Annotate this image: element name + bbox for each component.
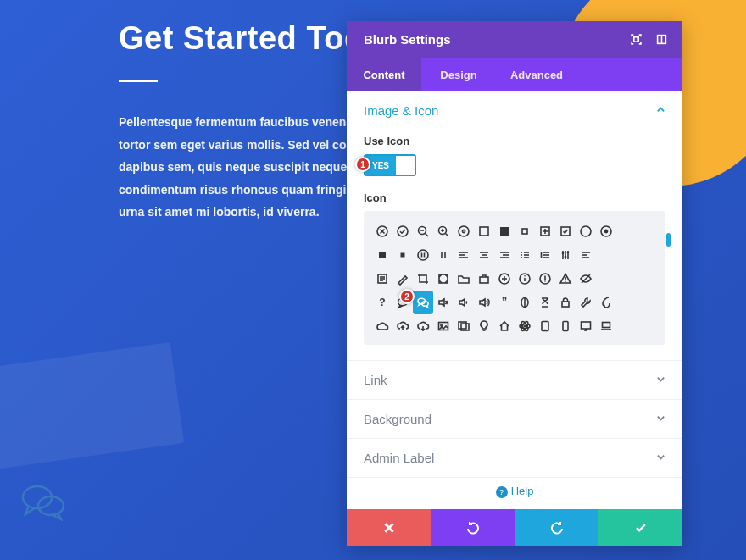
svg-line-11 [446,234,449,237]
cancel-button[interactable] [347,509,431,546]
svg-text:?: ? [379,297,385,308]
chat-bubbles-icon[interactable] [413,291,433,314]
chevron-down-icon [656,374,665,386]
bulb-icon[interactable] [474,314,494,338]
icon-picker: 2 ?” [364,211,665,345]
list-numbered-icon[interactable] [535,243,555,267]
laptop-icon[interactable] [596,314,616,338]
menu-left-icon[interactable] [454,243,474,267]
circle-x-icon[interactable] [372,219,392,243]
cloud-down-icon[interactable] [413,314,433,338]
snap-icon[interactable] [655,34,667,46]
svg-point-46 [521,257,522,258]
hide-eye-icon[interactable] [576,267,596,291]
undo-button[interactable] [431,509,515,546]
svg-rect-103 [603,323,610,328]
image-icon[interactable] [433,314,454,338]
briefcase-icon[interactable] [474,267,494,291]
section-header-background[interactable]: Background [347,400,682,438]
volume-low-icon[interactable] [454,291,474,314]
callout-badge-2: 2 [399,289,415,304]
tab-content[interactable]: Content [347,58,421,91]
circle-dot-outline-icon[interactable] [454,219,474,243]
section-header-admin-label[interactable]: Admin Label [347,439,682,477]
check-square-icon[interactable] [555,219,576,243]
svg-point-97 [544,329,545,330]
chevron-down-icon [656,413,665,425]
icon-field-label: Icon [364,191,665,204]
lock-icon[interactable] [555,291,576,314]
square-outline-icon[interactable] [474,219,494,243]
brush-icon[interactable] [392,267,413,291]
paint-icon[interactable] [596,291,616,314]
page-title-underline [119,80,158,82]
sliders-icon[interactable] [555,243,576,267]
dollar-icon[interactable] [515,291,535,314]
tab-advanced[interactable]: Advanced [496,58,577,91]
help-link[interactable]: ?Help [347,478,682,498]
svg-rect-18 [522,229,527,234]
info-circle-icon[interactable] [515,267,535,291]
radio-dot-icon[interactable] [596,219,616,243]
svg-point-57 [567,252,570,254]
list-bullets-icon[interactable] [515,243,535,267]
section-header-link[interactable]: Link [347,361,682,399]
monitor-icon[interactable] [576,314,596,338]
circle-plus-icon[interactable] [494,267,515,291]
section-title-link: Link [364,373,387,387]
tablet-icon[interactable] [535,314,555,338]
icon-picker-scrollbar[interactable] [666,233,671,247]
modal-tabs: Content Design Advanced [347,58,682,91]
folder-icon[interactable] [454,267,474,291]
phone-icon[interactable] [555,314,576,338]
menu-right-icon[interactable] [494,243,515,267]
stop-small-icon[interactable] [392,243,413,267]
exclamation-circle-icon[interactable] [535,267,555,291]
icon-grid: ?” [372,219,657,338]
gallery-icon[interactable] [454,314,474,338]
tab-design[interactable]: Design [421,58,496,91]
square-solid-icon[interactable] [494,219,515,243]
crop-icon[interactable] [413,267,433,291]
stop-solid-icon[interactable] [372,243,392,267]
svg-point-28 [418,250,428,260]
quotes-icon[interactable]: ” [494,291,515,314]
redo-button[interactable] [515,509,598,546]
warning-triangle-icon[interactable] [555,267,576,291]
menu-center-icon[interactable] [474,243,494,267]
hourglass-icon[interactable] [535,291,555,314]
zoom-out-icon[interactable] [413,219,433,243]
svg-rect-86 [562,302,569,307]
square-plus-icon[interactable] [535,219,555,243]
align-left-icon[interactable] [576,243,596,267]
maximize-icon[interactable] [433,267,454,291]
svg-text:”: ” [502,296,508,308]
svg-point-25 [604,230,609,234]
volume-mute-icon[interactable] [433,291,454,314]
expand-icon[interactable] [630,34,642,46]
use-icon-toggle[interactable]: YES [364,154,416,176]
svg-point-23 [581,226,591,236]
square-mini-icon[interactable] [515,219,535,243]
wrench-icon[interactable] [576,291,596,314]
section-header-image-icon[interactable]: Image & Icon [347,91,682,130]
cloud-up-icon[interactable] [392,314,413,338]
circle-check-icon[interactable] [392,219,413,243]
pause-bars-icon[interactable] [433,243,454,267]
zoom-in-icon[interactable] [433,219,454,243]
modal-body: Image & Icon Use Icon 1 YES Icon 2 [347,91,682,509]
svg-point-14 [459,226,469,236]
save-button[interactable] [598,509,682,546]
atom-icon[interactable] [515,314,535,338]
note-icon[interactable] [372,267,392,291]
home-icon[interactable] [494,314,515,338]
svg-point-75 [544,280,546,282]
svg-rect-17 [500,227,509,236]
svg-rect-66 [480,277,488,283]
help-label: Help [511,485,534,497]
question-icon[interactable]: ? [372,291,392,314]
volume-high-icon[interactable] [474,291,494,314]
circle-outline-icon[interactable] [576,219,596,243]
cloud-icon[interactable] [372,314,392,338]
pause-circle-icon[interactable] [413,243,433,267]
